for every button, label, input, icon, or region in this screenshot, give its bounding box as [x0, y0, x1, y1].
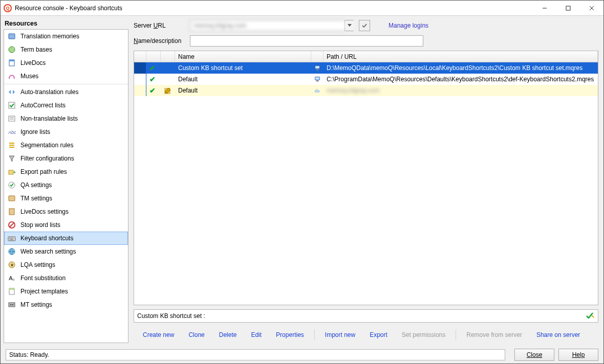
sidebar-item-ac[interactable]: AutoCorrect lists [4, 99, 128, 112]
sidebar-item-label: Filter configurations [20, 155, 74, 162]
sidebar-item-label: TM settings [20, 195, 52, 202]
sidebar-item-mt[interactable]: MT settings [4, 298, 128, 311]
sidebar-item-label: Term bases [20, 46, 52, 53]
kb-icon [7, 234, 16, 242]
row-name: Default [175, 85, 311, 96]
sidebar-item-label: Muses [20, 73, 38, 80]
sidebar-item-sw[interactable]: Stop word lists [4, 218, 128, 232]
maximize-button[interactable] [556, 1, 580, 16]
sidebar-item-at[interactable]: Auto-translation rules [4, 85, 128, 99]
set-permissions-action: Set permissions [395, 328, 452, 342]
svg-rect-30 [9, 288, 14, 290]
column-name[interactable]: Name [175, 51, 311, 62]
fs-icon: Aa [7, 274, 16, 282]
ws-icon [7, 247, 16, 256]
table-row[interactable]: ✔DefaultC:\ProgramData\MemoQ\Resources\D… [134, 74, 598, 85]
check-pencil-icon [586, 311, 595, 322]
server-url-input[interactable] [190, 20, 344, 31]
svg-point-5 [9, 47, 15, 53]
sidebar-item-qa[interactable]: QA settings [4, 178, 128, 192]
create-new-action[interactable]: Create new [136, 328, 181, 342]
mt-icon [7, 301, 16, 309]
separator [314, 329, 315, 340]
window-title: Resource console - Keyboard shortcuts [15, 5, 122, 12]
status-bar: Status: Ready. [6, 349, 505, 360]
sidebar-item-label: Non-translatable lists [20, 115, 78, 122]
edit-icon [161, 85, 175, 96]
svg-rect-4 [9, 34, 15, 39]
minimize-button[interactable] [533, 1, 556, 16]
table-row[interactable]: ✔Defaultmemoq.kilgray.com [134, 85, 598, 96]
fc-icon [7, 154, 16, 163]
server-url-combo[interactable] [190, 20, 354, 31]
svg-rect-31 [9, 303, 15, 307]
sw-icon [7, 221, 16, 229]
sidebar-item-mu[interactable]: Muses [4, 70, 128, 83]
close-button[interactable]: Close [514, 349, 554, 361]
window-buttons [533, 1, 603, 16]
svg-point-33 [12, 304, 14, 306]
sidebar-item-kb[interactable]: Keyboard shortcuts [4, 232, 128, 245]
ac-icon [7, 101, 16, 109]
svg-rect-35 [315, 66, 319, 69]
sidebar-item-fs[interactable]: AaFont substitution [4, 271, 128, 285]
sidebar-item-label: LQA settings [20, 261, 55, 268]
svg-rect-7 [9, 60, 14, 61]
svg-rect-15 [9, 196, 15, 201]
sidebar-item-ws[interactable]: Web search settings [4, 245, 128, 258]
svg-rect-21 [11, 238, 12, 239]
svg-rect-8 [9, 102, 15, 108]
sidebar-item-ig[interactable]: AbcIgnore lists [4, 125, 128, 139]
export-action[interactable]: Export [362, 328, 395, 342]
row-path: C:\ProgramData\MemoQ\Resources\Defaults\… [323, 74, 598, 85]
row-path: D:\MemoQData\memoQ\Resources\Local\Keybo… [323, 62, 598, 74]
import-new-action[interactable]: Import new [318, 328, 362, 342]
sidebar-item-tm[interactable]: Translation memories [4, 30, 128, 43]
status-text: Status: Ready. [9, 351, 49, 358]
server-url-confirm-button[interactable] [359, 20, 370, 31]
ts-icon [7, 194, 16, 202]
name-desc-input[interactable] [190, 35, 423, 47]
sidebar-item-label: Keyboard shortcuts [20, 235, 73, 242]
sidebar-item-ep[interactable]: Export path rules [4, 165, 128, 178]
share-on-server-action[interactable]: Share on server [529, 328, 587, 342]
sidebar-item-nt[interactable]: Non-translatable lists [4, 112, 128, 125]
sidebar-item-label: LiveDocs settings [20, 208, 69, 215]
server-url-dropdown[interactable] [344, 20, 354, 31]
manage-logins-link[interactable]: Manage logins [389, 22, 428, 29]
window: Q Resource console - Keyboard shortcuts … [0, 0, 604, 364]
delete-action[interactable]: Delete [212, 328, 244, 342]
column-path[interactable]: Path / URL [323, 51, 598, 62]
sidebar-item-sg[interactable]: Segmentation rules [4, 139, 128, 152]
sidebar-item-tb[interactable]: Term bases [4, 43, 128, 56]
table-row[interactable]: ✔Custom KB shortcut setD:\MemoQData\memo… [134, 62, 598, 74]
qa-icon [7, 181, 16, 189]
sidebar-item-pt[interactable]: Project templates [4, 285, 128, 298]
sidebar-item-label: Font substitution [20, 275, 66, 282]
mu-icon [7, 72, 16, 80]
clone-action[interactable]: Clone [181, 328, 211, 342]
sidebar-item-ls[interactable]: LiveDocs settings [4, 205, 128, 218]
svg-rect-9 [9, 116, 15, 121]
resource-grid[interactable]: Name Path / URL ✔Custom KB shortcut setD… [134, 51, 598, 305]
svg-point-32 [10, 304, 12, 306]
edit-action[interactable]: Edit [244, 328, 269, 342]
close-window-button[interactable] [580, 1, 603, 16]
sidebar-item-fc[interactable]: Filter configurations [4, 152, 128, 165]
description-box: Custom KB shortcut set : [134, 309, 598, 323]
sidebar-item-lq[interactable]: ★LQA settings [4, 258, 128, 271]
server-url-label: Server URL [134, 22, 185, 29]
sidebar-item-ts[interactable]: TM settings [4, 192, 128, 205]
sidebar-title: Resources [4, 18, 128, 29]
svg-rect-16 [9, 209, 14, 215]
sidebar-list[interactable]: Translation memoriesTerm basesLiveDocsMu… [4, 29, 128, 343]
svg-rect-20 [9, 238, 10, 239]
svg-rect-38 [315, 77, 319, 80]
svg-text:a: a [12, 277, 15, 282]
properties-action[interactable]: Properties [269, 328, 311, 342]
computer-icon [311, 62, 323, 74]
actions-bar: Create new Clone Delete Edit Properties … [134, 327, 598, 343]
sidebar-item-ld[interactable]: LiveDocs [4, 56, 128, 70]
svg-text:Abc: Abc [8, 130, 16, 135]
help-button[interactable]: Help [558, 349, 598, 361]
